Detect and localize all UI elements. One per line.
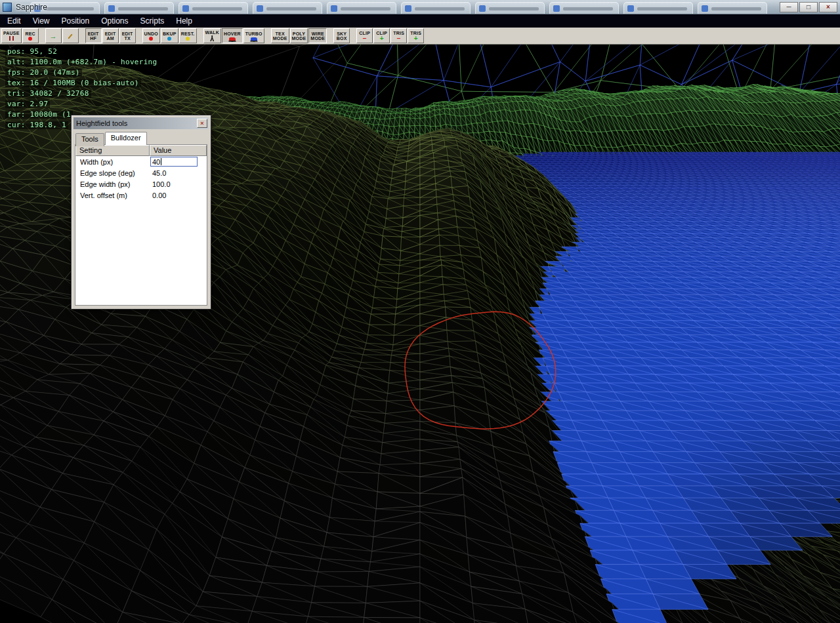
plus-icon: + bbox=[414, 36, 418, 41]
dialog-close-button[interactable]: × bbox=[197, 119, 207, 128]
list-body: Width (px)40Edge slope (deg)45.0Edge wid… bbox=[75, 156, 207, 201]
marker-goto-button[interactable]: → bbox=[45, 28, 62, 43]
rest-button[interactable]: REST. bbox=[179, 28, 197, 43]
maximize-button[interactable]: □ bbox=[799, 2, 818, 12]
background-tab bbox=[549, 2, 619, 14]
setting-label: Edge slope (deg) bbox=[75, 169, 150, 177]
column-header-value[interactable]: Value bbox=[150, 145, 207, 156]
hud-line: tex: 16 / 100MB (0 bias-auto) bbox=[5, 79, 141, 87]
toolbar-button-label: SKY bbox=[337, 31, 346, 36]
edit-tx-button[interactable]: EDITTX bbox=[119, 28, 136, 43]
menu-options[interactable]: Options bbox=[95, 15, 134, 27]
tab-favicon-icon bbox=[479, 5, 486, 12]
minus-icon: − bbox=[363, 36, 367, 41]
tab-favicon-icon bbox=[108, 5, 115, 12]
undo-button[interactable]: UNDO bbox=[142, 28, 160, 43]
tab-title-bar bbox=[266, 7, 316, 10]
tab-title-bar bbox=[489, 7, 539, 10]
edit-hf-button[interactable]: EDITHF bbox=[85, 28, 102, 43]
value-text: 40 bbox=[152, 158, 160, 166]
toolbar-separator bbox=[350, 28, 356, 44]
settings-row[interactable]: Edge slope (deg)45.0 bbox=[75, 167, 207, 178]
setting-label: Edge width (px) bbox=[75, 180, 150, 188]
toolbar-separator bbox=[198, 28, 203, 44]
value-text: 45.0 bbox=[150, 169, 166, 177]
hud-line: var: 2.97 bbox=[5, 100, 50, 108]
tab-favicon-icon bbox=[331, 5, 337, 12]
hud-line: far: 10080m (1 bbox=[5, 111, 73, 119]
toolbar-button-label: UNDO bbox=[144, 31, 158, 36]
pause-icon bbox=[9, 36, 14, 41]
toolbar-separator bbox=[79, 28, 85, 44]
toolbar-button-label: REST. bbox=[181, 31, 195, 36]
menu-view[interactable]: View bbox=[27, 15, 56, 27]
background-tab bbox=[104, 2, 174, 14]
hud-line: tri: 34082 / 32768 bbox=[5, 90, 91, 98]
tab-favicon-icon bbox=[553, 5, 560, 12]
wire-mode-button[interactable]: WIREMODE bbox=[308, 28, 327, 43]
toolbar-button-label: HOVER bbox=[224, 31, 241, 36]
poly-mode-button[interactable]: POLYMODE bbox=[290, 28, 308, 43]
pause-button[interactable]: PAUSE bbox=[1, 28, 22, 43]
tab-title-bar bbox=[192, 7, 242, 10]
dot-icon bbox=[28, 37, 32, 41]
walk-button[interactable]: WALK bbox=[203, 28, 221, 43]
marker-edit-button[interactable] bbox=[62, 28, 79, 43]
bkup-button[interactable]: BKUP bbox=[161, 28, 178, 43]
toolbar-button-label: MODE bbox=[310, 36, 325, 41]
menu-position[interactable]: Position bbox=[55, 15, 95, 27]
background-tab bbox=[698, 2, 767, 14]
toolbar-button-label: POLY bbox=[293, 31, 305, 36]
dialog-titlebar[interactable]: Heightfield tools × bbox=[74, 117, 209, 129]
toolbar-button-label: MODE bbox=[273, 36, 287, 41]
settings-row[interactable]: Edge width (px)100.0 bbox=[75, 178, 207, 190]
value-edit-input[interactable]: 40 bbox=[150, 157, 198, 167]
toolbar: PAUSEREC→EDITHFEDITAMEDITTXUNDOBKUPREST.… bbox=[0, 28, 840, 45]
rec-button[interactable]: REC bbox=[22, 28, 39, 43]
background-tab bbox=[475, 2, 545, 14]
window-controls: ─□× bbox=[780, 2, 837, 12]
tab-bulldozer[interactable]: Bulldozer bbox=[105, 132, 147, 145]
toolbar-button-label: BOX bbox=[337, 36, 347, 41]
tris-down-button[interactable]: TRIS− bbox=[390, 28, 407, 43]
clip-up-button[interactable]: CLIP+ bbox=[373, 28, 390, 43]
tab-tools[interactable]: Tools bbox=[75, 133, 104, 146]
tab-favicon-icon bbox=[702, 5, 708, 12]
toolbar-button-label: BKUP bbox=[163, 31, 177, 36]
toolbar-button-label: HF bbox=[90, 36, 96, 41]
minus-icon: − bbox=[397, 36, 401, 41]
dot-icon bbox=[167, 37, 171, 41]
tris-up-button[interactable]: TRIS+ bbox=[408, 28, 424, 43]
setting-label: Vert. offset (m) bbox=[75, 191, 150, 199]
hover-button[interactable]: HOVER bbox=[222, 28, 243, 43]
tab-title-bar bbox=[44, 7, 94, 10]
toolbar-button-label: WIRE bbox=[312, 31, 324, 36]
close-button[interactable]: × bbox=[819, 2, 837, 12]
toolbar-separator bbox=[39, 28, 45, 44]
background-tab bbox=[253, 2, 322, 14]
walker-icon bbox=[210, 35, 214, 41]
menu-edit[interactable]: Edit bbox=[1, 15, 27, 27]
settings-row[interactable]: Vert. offset (m)0.00 bbox=[75, 190, 207, 201]
sky-box-button[interactable]: SKYBOX bbox=[333, 28, 350, 43]
tab-title-bar bbox=[563, 7, 613, 10]
menu-help[interactable]: Help bbox=[170, 15, 198, 27]
toolbar-button-label: TURBO bbox=[245, 31, 262, 36]
column-header-setting[interactable]: Setting bbox=[75, 145, 150, 156]
tab-title-bar bbox=[415, 7, 465, 10]
toolbar-button-label: WALK bbox=[205, 30, 219, 35]
dialog-tabs: ToolsBulldozer bbox=[75, 132, 148, 145]
background-tab bbox=[623, 2, 693, 14]
pencil-icon bbox=[68, 33, 72, 39]
minimize-button[interactable]: ─ bbox=[780, 2, 798, 12]
tab-favicon-icon bbox=[627, 5, 634, 12]
clip-down-button[interactable]: CLIP− bbox=[356, 28, 373, 43]
window-titlebar[interactable]: Sapphire ─□× bbox=[0, 0, 840, 14]
tex-mode-button[interactable]: TEXMODE bbox=[271, 28, 289, 43]
toolbar-button-label: REC bbox=[25, 31, 35, 36]
menu-scripts[interactable]: Scripts bbox=[135, 15, 171, 27]
turbo-button[interactable]: TURBO bbox=[243, 28, 264, 43]
edit-am-button[interactable]: EDITAM bbox=[102, 28, 119, 43]
tab-title-bar bbox=[711, 7, 761, 10]
settings-row[interactable]: Width (px)40 bbox=[75, 156, 207, 167]
